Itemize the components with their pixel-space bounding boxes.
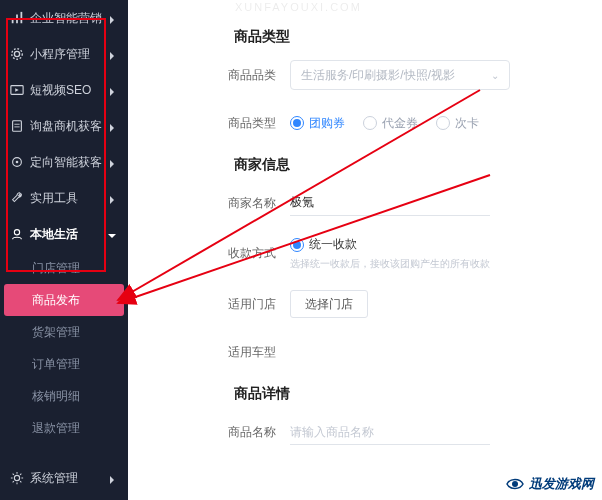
doc-icon: [10, 119, 24, 133]
radio-label-groupbuy: 团购券: [309, 115, 345, 132]
sidebar-item-inquiry[interactable]: 询盘商机获客: [0, 108, 128, 144]
radio-groupbuy[interactable]: [290, 116, 304, 130]
payment-hint: 选择统一收款后，接收该团购产生的所有收款: [290, 257, 490, 271]
svg-rect-0: [12, 18, 14, 23]
main-content: 商品类型 商品品类 生活服务/印刷摄影/快照/视影 ⌄ 商品类型 团购券 代金券…: [170, 0, 602, 500]
svg-rect-2: [21, 12, 23, 23]
row-category: 商品品类 生活服务/印刷摄影/快照/视影 ⌄: [170, 60, 602, 90]
radio-label-voucher: 代金券: [382, 115, 418, 132]
sidebar-label: 短视频SEO: [30, 82, 108, 99]
category-placeholder: 生活服务/印刷摄影/快照/视影: [301, 67, 455, 84]
chevron-down-icon: ⌄: [491, 70, 499, 81]
row-product-type: 商品类型 团购券 代金券 次卡: [170, 108, 602, 138]
chevron-right-icon: [108, 473, 118, 483]
chevron-right-icon: [108, 49, 118, 59]
label-merchant-name: 商家名称: [170, 195, 290, 212]
sidebar-label: 定向智能获客: [30, 154, 108, 171]
sidebar-label: 小程序管理: [30, 46, 108, 63]
chevron-right-icon: [108, 193, 118, 203]
chevron-down-icon: [108, 229, 118, 239]
section-title-detail: 商品详情: [234, 385, 602, 403]
product-name-input[interactable]: [290, 419, 490, 445]
category-select[interactable]: 生活服务/印刷摄影/快照/视影 ⌄: [290, 60, 510, 90]
life-icon: [10, 227, 24, 241]
submenu-product-publish[interactable]: 商品发布: [4, 284, 124, 316]
sidebar-label: 询盘商机获客: [30, 118, 108, 135]
row-store: 适用门店 选择门店: [170, 289, 602, 319]
play-icon: [10, 83, 24, 97]
sidebar-label: 实用工具: [30, 190, 108, 207]
sidebar-submenu: 门店管理 商品发布 货架管理 订单管理 核销明细 退款管理: [0, 252, 128, 444]
wrench-icon: [10, 191, 24, 205]
radio-voucher[interactable]: [363, 116, 377, 130]
submenu-verify-detail[interactable]: 核销明细: [0, 380, 128, 412]
row-merchant-name: 商家名称: [170, 188, 602, 218]
chevron-right-icon: [108, 13, 118, 23]
sidebar-label: 企业智能营销: [30, 10, 108, 27]
target-icon: [10, 155, 24, 169]
svg-rect-6: [13, 121, 22, 132]
label-payment: 收款方式: [170, 245, 290, 262]
label-product-name: 商品名称: [170, 424, 290, 441]
label-category: 商品品类: [170, 67, 290, 84]
label-store: 适用门店: [170, 296, 290, 313]
sidebar-item-shortvideo[interactable]: 短视频SEO: [0, 72, 128, 108]
chevron-right-icon: [108, 85, 118, 95]
sidebar-item-system[interactable]: 系统管理: [0, 460, 128, 496]
svg-point-3: [14, 51, 19, 56]
submenu-shelf-manage[interactable]: 货架管理: [0, 316, 128, 348]
chevron-right-icon: [108, 157, 118, 167]
chevron-right-icon: [108, 121, 118, 131]
row-vehicle: 适用车型: [170, 337, 602, 367]
radio-label-unified: 统一收款: [309, 236, 357, 253]
sidebar: 企业智能营销 小程序管理 短视频SEO 询盘商机获客 定向智能获客 实用工具 本…: [0, 0, 128, 500]
submenu-refund-manage[interactable]: 退款管理: [0, 412, 128, 444]
sidebar-item-marketing[interactable]: 企业智能营销: [0, 0, 128, 36]
submenu-store-manage[interactable]: 门店管理: [0, 252, 128, 284]
sidebar-label: 本地生活: [30, 226, 108, 243]
bars-icon: [10, 11, 24, 25]
svg-point-4: [12, 49, 23, 60]
select-store-button[interactable]: 选择门店: [290, 290, 368, 318]
radio-unified-payment[interactable]: [290, 238, 304, 252]
section-title-merchant: 商家信息: [234, 156, 602, 174]
label-vehicle: 适用车型: [170, 344, 290, 361]
radio-label-card: 次卡: [455, 115, 479, 132]
svg-point-11: [14, 230, 19, 235]
row-payment: 收款方式 统一收款 选择统一收款后，接收该团购产生的所有收款: [170, 236, 602, 271]
sidebar-label: 系统管理: [30, 470, 108, 487]
label-product-type: 商品类型: [170, 115, 290, 132]
svg-point-12: [14, 475, 19, 480]
gear-icon: [10, 47, 24, 61]
sidebar-item-tools[interactable]: 实用工具: [0, 180, 128, 216]
sidebar-item-miniprogram[interactable]: 小程序管理: [0, 36, 128, 72]
section-title-product-type: 商品类型: [234, 28, 602, 46]
sidebar-item-locallife[interactable]: 本地生活: [0, 216, 128, 252]
sidebar-item-targeted[interactable]: 定向智能获客: [0, 144, 128, 180]
submenu-order-manage[interactable]: 订单管理: [0, 348, 128, 380]
merchant-name-input[interactable]: [290, 190, 490, 216]
svg-rect-1: [16, 15, 18, 24]
radio-card[interactable]: [436, 116, 450, 130]
row-product-name: 商品名称: [170, 417, 602, 447]
svg-point-10: [16, 161, 19, 164]
gear-icon: [10, 471, 24, 485]
